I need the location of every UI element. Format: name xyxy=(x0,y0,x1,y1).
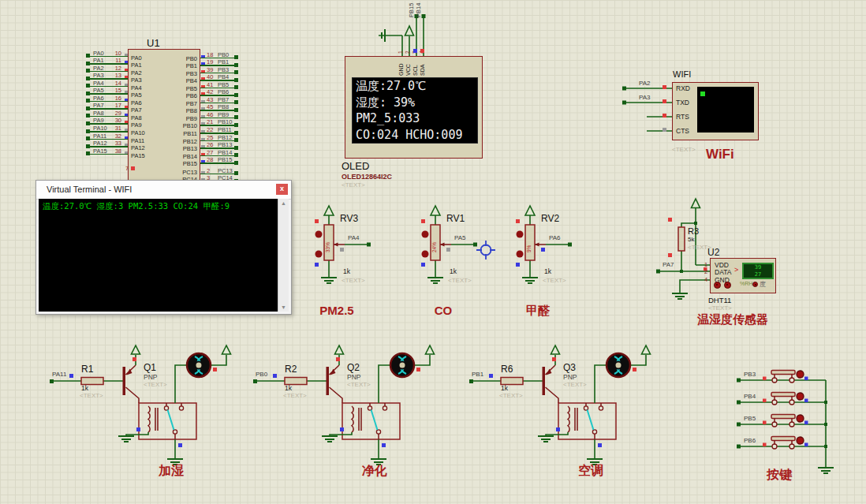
terminal-output-area[interactable]: 温度:27.0℃ 湿度:3 PM2.5:33 CO:24 甲醛:9 ▲ ▼ xyxy=(39,199,289,312)
ground-icon xyxy=(522,278,538,283)
dht-display: 39 27 xyxy=(742,263,774,279)
relay-contact-icon xyxy=(599,406,603,410)
push-button-row[interactable]: PB6 xyxy=(733,435,836,457)
push-button-row[interactable]: PB3 xyxy=(733,369,836,391)
logic-state-icon xyxy=(804,421,808,425)
relay-contact-icon xyxy=(164,406,168,410)
dht-button-icon[interactable] xyxy=(724,282,731,289)
internal-pin-label: PA3 xyxy=(131,77,145,84)
virtual-terminal-titlebar[interactable]: Virtual Terminal - WIFI x xyxy=(36,181,291,200)
internal-pin-label: PA6 xyxy=(131,99,145,107)
pot-value: 1k xyxy=(343,267,350,275)
logic-state-icon xyxy=(763,377,767,381)
logic-state-icon xyxy=(69,374,73,378)
resistor-value: 1k xyxy=(501,384,508,392)
relay-blade-icon xyxy=(168,410,174,431)
wire-terminal-icon xyxy=(622,101,626,105)
virtual-terminal-window[interactable]: Virtual Terminal - WIFI x 温度:27.0℃ 湿度:3 … xyxy=(35,180,292,315)
logic-state-icon xyxy=(273,374,277,378)
wire-terminal-icon xyxy=(737,379,741,383)
pot-terminal-icon xyxy=(517,231,524,238)
button-contact-icon xyxy=(789,444,794,449)
power-arrow-icon xyxy=(335,345,344,354)
oled-pin-name: SCL xyxy=(412,65,418,76)
scroll-up-icon[interactable]: ▲ xyxy=(278,200,289,206)
driver-graphic xyxy=(47,339,237,477)
wifi-status-led-icon xyxy=(700,91,705,96)
pin-number: 7 xyxy=(125,165,129,172)
internal-pin-label: PB10 xyxy=(159,122,197,130)
pot-percent: 33% xyxy=(325,242,330,252)
internal-pin-label: PB12 xyxy=(159,138,197,146)
internal-pin-label: PB7 xyxy=(159,100,197,108)
logic-state-icon xyxy=(763,399,767,403)
logic-state-icon xyxy=(131,166,135,170)
power-arrow-icon xyxy=(324,206,334,215)
internal-pin-label: PA11 xyxy=(131,137,145,145)
relay-core-icon xyxy=(575,408,577,431)
internal-pin-label: PC13 xyxy=(159,169,197,177)
logic-state-icon xyxy=(804,443,808,447)
resistor-value: 1k xyxy=(285,384,292,392)
oled-screen-line: 温度:27.0℃ xyxy=(353,78,477,95)
push-button-row[interactable]: PB5 xyxy=(733,413,836,435)
scroll-down-icon[interactable]: ▼ xyxy=(278,304,289,310)
text-placeholder: <TEXT> xyxy=(708,304,732,312)
resistor-r3-body xyxy=(678,227,685,251)
text-placeholder: <TEXT> xyxy=(543,277,566,284)
internal-pin-label: PA9 xyxy=(131,121,145,129)
oled-screen-line: PM2_5:033 xyxy=(353,110,477,127)
oled-wires xyxy=(371,0,497,62)
close-button[interactable]: x xyxy=(276,184,288,195)
scrollbar[interactable]: ▲ ▼ xyxy=(278,199,289,312)
pot-terminal-icon xyxy=(315,231,323,238)
dht-humidity-value: 39 xyxy=(744,264,772,271)
internal-pin-label: PA15 xyxy=(131,152,145,160)
relay-core-icon xyxy=(155,408,158,431)
resistor-value: 1k xyxy=(81,384,88,392)
dht-button-icon[interactable] xyxy=(714,282,721,289)
transistor-ref: Q2 xyxy=(347,362,360,373)
internal-pin-label: PA10 xyxy=(131,129,145,137)
logic-state-icon xyxy=(763,443,767,447)
net-label: PA6 xyxy=(549,234,561,241)
power-arrow-icon xyxy=(426,345,435,354)
oled-screen: 温度:27.0℃湿度: 39%PM2_5:033CO:024 HCHO:009 xyxy=(352,77,478,144)
transistor-ref: Q1 xyxy=(144,362,156,373)
chip-pin-row[interactable]: 28 PB15 xyxy=(200,157,237,165)
transistor-base-bar xyxy=(123,367,126,395)
driver-graphic xyxy=(467,339,656,477)
wire-terminal-icon xyxy=(622,87,626,91)
pot-terminal-icon xyxy=(422,251,429,258)
transistor-base-bar xyxy=(327,367,330,395)
internal-pin-label: PA0 xyxy=(131,54,145,62)
net-label: PB1 xyxy=(472,371,483,378)
ground-icon xyxy=(321,278,337,283)
button-actuator-icon xyxy=(797,393,804,400)
relay-coil-icon xyxy=(352,406,353,432)
u1-left-pins: PA0 10 PA1 11 PA2 12 xyxy=(88,50,128,156)
logic-state-icon xyxy=(556,427,560,431)
wire xyxy=(200,162,237,164)
text-placeholder: <TEXT> xyxy=(80,392,103,399)
relay-contact-icon xyxy=(592,430,596,434)
pot-terminal-icon xyxy=(315,251,323,258)
r3-value: 5k xyxy=(688,236,694,243)
schematic-canvas[interactable]: U1 PA0 10 PA1 11 xyxy=(0,0,866,504)
text-placeholder: <TEXT> xyxy=(342,181,365,189)
net-label: PA5 xyxy=(454,234,466,241)
oled-screen-line: 湿度: 39% xyxy=(353,95,477,111)
net-label: PB14 xyxy=(415,3,422,17)
logic-state-icon xyxy=(804,377,808,381)
net-label: PB4 xyxy=(744,393,756,400)
driver-section-label: 空调 xyxy=(559,463,622,480)
pot-body xyxy=(525,225,535,260)
r3-ref: R3 xyxy=(688,226,699,236)
relay-core-icon xyxy=(359,408,361,431)
wire-terminal-icon xyxy=(568,243,572,247)
pin-number: 1 xyxy=(704,261,707,268)
push-button-row[interactable]: PB4 xyxy=(733,391,836,413)
chip-pin-row[interactable]: PA15 38 xyxy=(88,148,128,156)
logic-state-icon xyxy=(541,248,545,252)
button-cap-icon xyxy=(771,371,795,375)
